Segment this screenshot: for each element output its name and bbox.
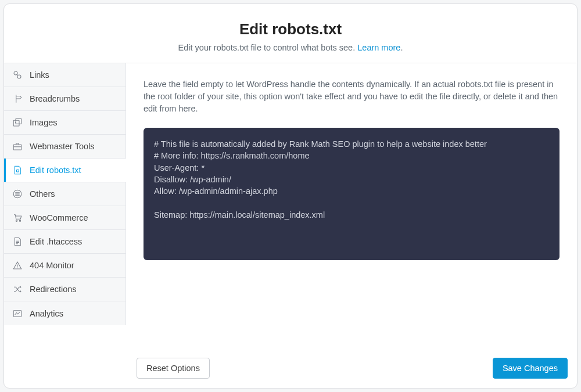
shuffle-icon [12, 284, 23, 294]
sidebar-item-label: Others [30, 189, 55, 199]
reset-options-button[interactable]: Reset Options [137, 358, 210, 379]
page-title: Edit robots.txt [16, 20, 565, 38]
sidebar-item-label: WooCommerce [30, 213, 88, 222]
signpost-icon [12, 93, 23, 104]
list-icon [12, 189, 23, 199]
sidebar-item-redirections[interactable]: Redirections [4, 278, 125, 301]
subtitle-text: Edit your robots.txt file to control wha… [178, 43, 358, 52]
svg-point-1 [17, 75, 21, 78]
sidebar-item-label: Redirections [30, 285, 77, 294]
toolbox-icon [12, 141, 23, 152]
warning-icon [12, 260, 23, 271]
svg-point-0 [14, 71, 17, 75]
svg-rect-5 [16, 118, 21, 124]
save-changes-button[interactable]: Save Changes [493, 358, 568, 379]
description-text: Leave the field empty to let WordPress h… [144, 78, 560, 115]
main-content: Leave the field empty to let WordPress h… [125, 63, 577, 325]
sidebar-item-label: Breadcrumbs [30, 94, 80, 103]
sidebar-item-analytics[interactable]: Analytics [4, 301, 125, 325]
svg-point-15 [19, 220, 20, 221]
sidebar-item-edit-htaccess[interactable]: Edit .htaccess [4, 230, 125, 254]
file-text-icon [12, 236, 23, 247]
sidebar-item-404-monitor[interactable]: 404 Monitor [4, 254, 125, 278]
sidebar-item-label: 404 Monitor [30, 261, 74, 270]
svg-line-2 [17, 74, 18, 75]
svg-rect-7 [13, 145, 21, 150]
sidebar-item-label: Links [30, 70, 49, 80]
settings-panel: Edit robots.txt Edit your robots.txt fil… [3, 3, 578, 389]
link-icon [12, 70, 23, 80]
svg-rect-4 [13, 120, 19, 126]
svg-point-20 [17, 268, 17, 268]
robots-txt-editor[interactable]: # This file is automatically added by Ra… [144, 128, 560, 260]
analytics-icon [12, 308, 23, 319]
sidebar-item-images[interactable]: Images [4, 111, 125, 135]
svg-point-6 [15, 122, 16, 123]
sidebar-item-label: Edit .htaccess [30, 237, 82, 246]
sidebar-item-others[interactable]: Others [4, 182, 125, 206]
sidebar-item-links[interactable]: Links [4, 63, 125, 87]
sidebar-item-label: Images [30, 118, 58, 127]
sidebar-item-woocommerce[interactable]: WooCommerce [4, 206, 125, 230]
images-icon [12, 117, 23, 128]
sidebar-item-webmaster-tools[interactable]: Webmaster Tools [4, 135, 125, 159]
svg-rect-9 [17, 170, 19, 172]
cart-icon [12, 213, 23, 223]
svg-point-14 [16, 220, 17, 221]
robots-file-icon [12, 165, 23, 175]
settings-sidebar: Links Breadcrumbs Images Webmaster Tools [4, 63, 125, 325]
learn-more-link[interactable]: Learn more [357, 43, 400, 52]
sidebar-item-label: Edit robots.txt [30, 166, 81, 175]
sidebar-item-breadcrumbs[interactable]: Breadcrumbs [4, 87, 125, 111]
page-subtitle: Edit your robots.txt file to control wha… [16, 43, 565, 52]
sidebar-item-edit-robots[interactable]: Edit robots.txt [4, 159, 125, 182]
sidebar-item-label: Analytics [30, 309, 63, 318]
footer-actions: Reset Options Save Changes [137, 358, 568, 379]
page-header: Edit robots.txt Edit your robots.txt fil… [4, 4, 577, 63]
sidebar-item-label: Webmaster Tools [30, 142, 94, 151]
